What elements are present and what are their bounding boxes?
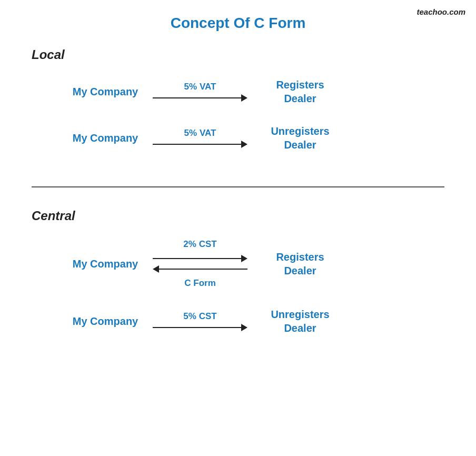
central-arrowhead-2 [241, 324, 247, 331]
local-dest-2: UnregistersDealer [253, 124, 348, 152]
local-label-2: 5% VAT [184, 128, 216, 138]
local-arrowhead-1 [241, 94, 247, 102]
page-title: Concept Of C Form [0, 0, 476, 37]
local-source-2: My Company [63, 132, 147, 144]
central-dest-1: RegistersDealer [253, 250, 348, 277]
central-double-arrow-1: 2% CST C Form [147, 239, 253, 289]
local-row-1: My Company 5% VAT RegistersDealer [32, 78, 444, 105]
central-arrowhead-right-1 [241, 255, 247, 262]
central-label-2: 5% CST [183, 311, 216, 322]
local-source-1: My Company [63, 86, 147, 98]
central-source-1: My Company [63, 258, 147, 270]
central-arrowhead-left-1 [153, 265, 159, 273]
local-section: Local My Company 5% VAT RegistersDealer … [0, 37, 476, 181]
central-arrow-left-1 [153, 265, 247, 273]
central-arrow-2: 5% CST [147, 311, 253, 331]
central-row-2: My Company 5% CST UnregistersDealer [32, 308, 444, 335]
central-arrow-line-2 [153, 327, 241, 329]
central-label-above-1: 2% CST [183, 239, 216, 250]
local-arrow-2: 5% VAT [147, 128, 253, 148]
local-row-2: My Company 5% VAT UnregistersDealer [32, 124, 444, 152]
central-section: Central My Company 2% CST C Form Registe… [0, 198, 476, 364]
central-arrow-right-1 [153, 255, 247, 262]
local-arrowhead-2 [241, 141, 247, 148]
central-heading: Central [32, 209, 444, 223]
local-arrow-line-1 [153, 97, 241, 99]
local-arrow-right-2 [153, 141, 247, 148]
local-label-1: 5% VAT [184, 82, 216, 92]
section-divider [32, 186, 444, 187]
central-label-below-1: C Form [184, 278, 216, 289]
local-dest-1: RegistersDealer [253, 78, 348, 105]
local-arrow-1: 5% VAT [147, 82, 253, 102]
central-source-2: My Company [63, 315, 147, 328]
central-arrow-right-2 [153, 324, 247, 331]
central-line-r1 [153, 258, 241, 260]
central-line-l1 [159, 269, 247, 270]
central-row-1: My Company 2% CST C Form RegistersDealer [32, 239, 444, 289]
local-arrow-right-1 [153, 94, 247, 102]
local-arrow-line-2 [153, 144, 241, 145]
central-dest-2: UnregistersDealer [253, 308, 348, 335]
local-heading: Local [32, 47, 444, 62]
watermark: teachoo.com [417, 7, 465, 16]
